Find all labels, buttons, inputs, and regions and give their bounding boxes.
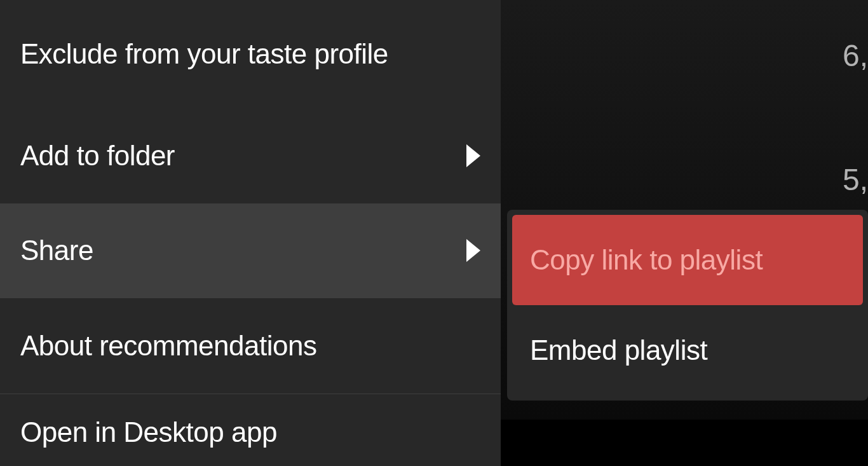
- menu-item-about-recommendations[interactable]: About recommendations: [0, 298, 501, 394]
- menu-item-share[interactable]: Share: [0, 203, 501, 299]
- chevron-right-icon: [466, 239, 480, 262]
- chevron-right-icon: [466, 144, 480, 167]
- menu-item-label: Exclude from your taste profile: [20, 38, 388, 70]
- menu-item-label: Share: [20, 235, 93, 266]
- background-number: 5,: [843, 162, 868, 197]
- menu-item-add-to-folder[interactable]: Add to folder: [0, 108, 501, 203]
- menu-item-open-desktop-app[interactable]: Open in Desktop app: [0, 394, 501, 466]
- menu-item-label: Add to folder: [20, 140, 175, 172]
- menu-item-label: Open in Desktop app: [20, 416, 277, 448]
- menu-item-exclude-taste-profile[interactable]: Exclude from your taste profile: [0, 0, 501, 108]
- submenu-item-embed-playlist[interactable]: Embed playlist: [512, 305, 863, 395]
- submenu-item-copy-link[interactable]: Copy link to playlist: [512, 215, 863, 305]
- submenu-item-label: Copy link to playlist: [530, 244, 763, 276]
- background-number: 6,: [843, 38, 868, 73]
- context-menu: Exclude from your taste profile Add to f…: [0, 0, 501, 466]
- share-submenu: Copy link to playlist Embed playlist: [507, 210, 868, 401]
- menu-item-label: About recommendations: [20, 330, 316, 362]
- submenu-item-label: Embed playlist: [530, 334, 707, 366]
